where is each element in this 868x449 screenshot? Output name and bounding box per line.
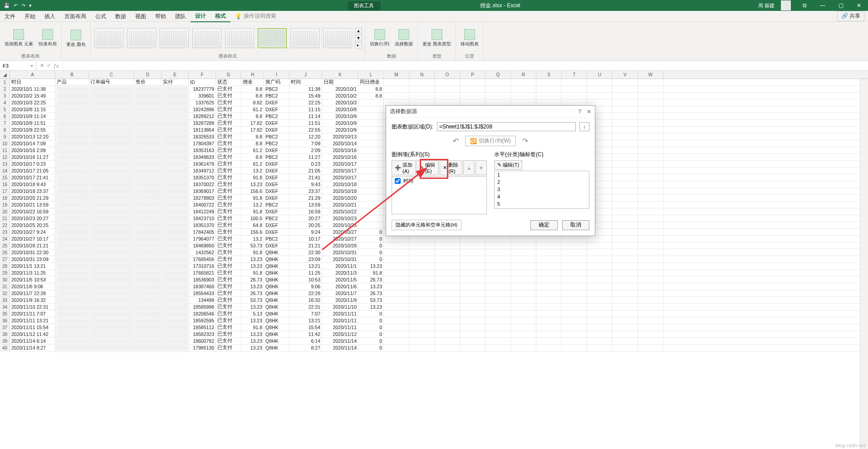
cell[interactable]: DXEF <box>264 99 289 106</box>
cell[interactable] <box>562 317 587 324</box>
cell[interactable]: ███ <box>55 86 89 92</box>
enter-formula-icon[interactable]: ✓ <box>47 63 51 69</box>
cell[interactable] <box>638 133 663 140</box>
cell[interactable] <box>638 215 663 222</box>
cell[interactable]: 17964077 <box>189 236 216 242</box>
cell[interactable]: 2020/10/25 20:25 <box>10 222 55 228</box>
cell[interactable]: ███ <box>134 283 162 290</box>
cell[interactable] <box>638 168 663 174</box>
cell[interactable] <box>613 249 638 256</box>
cell[interactable]: ███ <box>55 154 89 160</box>
cell[interactable] <box>562 242 587 249</box>
cell[interactable] <box>358 147 384 153</box>
cell[interactable]: 已支付 <box>216 127 241 133</box>
cell[interactable] <box>409 86 435 92</box>
series-listbox[interactable]: 时间 <box>392 176 487 214</box>
cell[interactable] <box>562 270 587 276</box>
cell[interactable]: ███ <box>89 317 134 324</box>
cell[interactable]: 已支付 <box>216 174 241 181</box>
col-header[interactable]: H <box>241 71 264 79</box>
cell[interactable]: ███ <box>134 127 162 133</box>
cell[interactable]: PBC2 <box>264 93 289 99</box>
series-move-down-button[interactable]: ▼ <box>476 160 487 175</box>
cell[interactable]: 26.73 <box>358 290 384 296</box>
cell[interactable] <box>435 338 460 344</box>
name-box[interactable]: F3 ▾ <box>0 61 36 70</box>
col-header[interactable]: N <box>409 71 435 79</box>
cell[interactable] <box>638 147 663 153</box>
cell[interactable]: 2020/11/11 7:07 <box>10 311 55 317</box>
cell[interactable]: 22:55 <box>289 127 322 133</box>
cell[interactable] <box>587 86 613 92</box>
cell[interactable] <box>511 93 536 99</box>
tab-help[interactable]: 帮助 <box>151 11 171 22</box>
cell[interactable]: ███ <box>162 270 189 276</box>
cell[interactable] <box>536 283 562 290</box>
cell[interactable]: ███ <box>162 93 189 99</box>
cell[interactable] <box>613 256 638 262</box>
series-remove-button[interactable]: ✕ 删除(R) <box>440 160 462 175</box>
cell[interactable]: 13:59 <box>289 202 322 208</box>
cell[interactable] <box>562 290 587 296</box>
cell[interactable]: 2020/10/20 21:29 <box>10 195 55 201</box>
cell[interactable]: 61.2 <box>241 161 264 167</box>
cell[interactable] <box>384 297 409 303</box>
cell[interactable]: 17310716 <box>189 263 216 269</box>
cell[interactable]: 2020/10/18 23:37 <box>10 188 55 194</box>
cell[interactable]: 26.73 <box>358 276 384 283</box>
cell[interactable]: 已支付 <box>216 324 241 331</box>
cell[interactable]: ███ <box>134 276 162 283</box>
cell[interactable] <box>638 338 663 344</box>
cell[interactable] <box>638 249 663 256</box>
cell[interactable] <box>536 338 562 344</box>
cell[interactable] <box>562 276 587 283</box>
cell[interactable]: ███ <box>162 133 189 140</box>
series-checkbox[interactable] <box>395 178 401 184</box>
cell[interactable] <box>435 297 460 303</box>
cell[interactable]: ███ <box>134 317 162 324</box>
cell[interactable] <box>511 290 536 296</box>
cell[interactable]: ███ <box>55 208 89 215</box>
cell[interactable] <box>511 242 536 249</box>
cell[interactable]: DXEF <box>264 147 289 153</box>
cell[interactable]: ███ <box>89 297 134 303</box>
qat-more-icon[interactable]: ▾ <box>29 3 32 9</box>
cell[interactable]: ███ <box>134 154 162 160</box>
cell[interactable]: PBC2 <box>264 154 289 160</box>
cell[interactable]: ███ <box>55 222 89 228</box>
series-item[interactable]: 时间 <box>392 177 486 185</box>
share-button[interactable]: 🔗 共享 <box>837 11 864 21</box>
cell[interactable]: ███ <box>162 215 189 222</box>
cell[interactable] <box>587 256 613 262</box>
cell[interactable] <box>358 120 384 126</box>
cell[interactable]: 8.8 <box>241 133 264 140</box>
cell[interactable]: 91.8 <box>358 270 384 276</box>
cell[interactable]: ███ <box>162 113 189 119</box>
cell[interactable]: 1432562 <box>189 249 216 256</box>
cell[interactable]: 26.73 <box>241 276 264 283</box>
cell[interactable]: 已支付 <box>216 140 241 147</box>
cell[interactable] <box>511 345 536 351</box>
cell[interactable]: 2020/11/1 13:21 <box>10 263 55 269</box>
cell[interactable]: 2020/11/12 11:42 <box>10 331 55 337</box>
cell[interactable] <box>587 263 613 269</box>
cell[interactable] <box>536 99 562 106</box>
cell[interactable]: ███ <box>55 317 89 324</box>
cell[interactable] <box>613 222 638 228</box>
cell[interactable]: 8.8 <box>358 93 384 99</box>
axis-item[interactable]: 3 <box>495 186 589 193</box>
cell[interactable] <box>358 181 384 187</box>
cell[interactable]: PBC2 <box>264 86 289 92</box>
cell[interactable] <box>435 283 460 290</box>
cell[interactable]: 2020/10/27 9:24 <box>10 229 55 235</box>
change-colors-button[interactable]: 更改 颜色 <box>64 29 88 49</box>
cell[interactable]: Q8HK <box>264 263 289 269</box>
cell[interactable] <box>409 256 435 262</box>
row-header[interactable]: 28 <box>0 263 10 269</box>
cell[interactable] <box>613 133 638 140</box>
cell[interactable]: 0 <box>358 311 384 317</box>
cell[interactable] <box>613 290 638 296</box>
cell[interactable] <box>511 263 536 269</box>
cell[interactable] <box>435 236 460 242</box>
col-header[interactable]: S <box>536 71 562 79</box>
